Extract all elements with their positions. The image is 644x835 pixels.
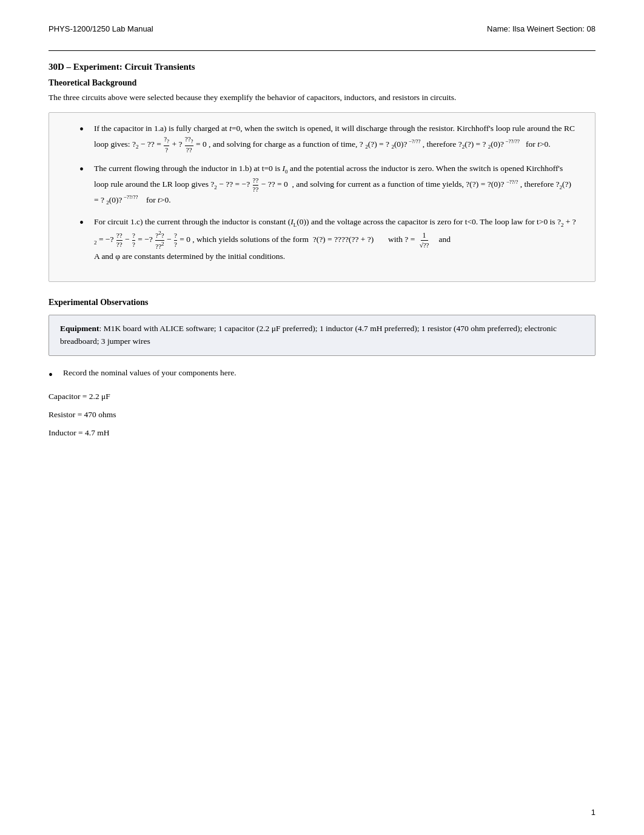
math-frac-6: ?2? ??2 (155, 230, 164, 250)
frac-1-over-sqrt: 1 √?? (418, 231, 431, 250)
frac-den-7: ? (174, 241, 177, 249)
header-course: PHYS-1200/1250 Lab Manual (49, 24, 153, 33)
bullet-1-content: If the capacitor in 1.a) is fully charge… (94, 122, 577, 154)
frac-num-5: ? (132, 232, 135, 241)
list-item: • For circuit 1.c) the current through t… (79, 216, 577, 263)
page-number: 1 (591, 808, 595, 817)
equipment-label: Equipment: M1K board with ALICE software… (60, 324, 557, 346)
frac-den-2: ?? (186, 146, 192, 154)
sub-7: 2 (214, 184, 217, 190)
sub-4: 2 (391, 144, 394, 150)
inductor-line: Inductor = 4.7 mH (49, 428, 595, 438)
frac-den: ? (165, 146, 168, 154)
equipment-text: : M1K board with ALICE software; 1 capac… (60, 324, 557, 346)
math-frac-4: ?? ?? (116, 232, 122, 249)
header: PHYS-1200/1250 Lab Manual Name: Ilsa Wei… (49, 24, 595, 33)
frac-sqrt-lc: √?? (418, 241, 431, 249)
math-sub: 2 (136, 144, 139, 150)
sup-1: −?/?? (408, 138, 421, 144)
section-title: 30D – Experiment: Circuit Transients (49, 62, 595, 72)
frac-den-3: ?? (253, 186, 259, 193)
bullet-icon-record: • (49, 369, 57, 381)
record-bullet-text: Record the nominal values of your compon… (63, 368, 236, 378)
math-fraction-sqrt: 1 √?? (418, 231, 432, 250)
math-t3: t (158, 195, 160, 204)
header-student: Name: Ilsa Weinert Section: 08 (487, 24, 595, 33)
frac-one: 1 (421, 231, 428, 241)
frac-num: ?? (164, 135, 169, 146)
sub-6: 2 (488, 144, 491, 150)
frac-num-4: ?? (116, 232, 122, 241)
math-frac-1: ?? ? (164, 135, 169, 154)
sub-11: 2 (94, 240, 97, 246)
list-item: • If the capacitor in 1.a) is fully char… (79, 122, 577, 154)
frac-num-2: ??? (185, 135, 193, 146)
frac-den-5: ? (132, 241, 135, 249)
math-t2: t (537, 139, 540, 149)
sub-10: 2 (561, 222, 564, 228)
theory-box: • If the capacitor in 1.a) is fully char… (49, 112, 595, 281)
list-item: • The current flowing through the induct… (79, 163, 577, 207)
sub-3: 2 (365, 144, 368, 150)
bullet-icon-1: • (79, 123, 88, 135)
math-frac-5: ? ? (132, 232, 135, 249)
resistor-line: Resistor = 470 ohms (49, 410, 595, 420)
math-t: t (229, 124, 232, 133)
sub-I0: 0 (285, 169, 288, 175)
bullet-icon-2: • (79, 163, 88, 175)
sup-d2: 2 (158, 230, 161, 236)
sup-4: −??/?? (122, 194, 138, 200)
sub-9: 2 (106, 200, 109, 206)
equipment-box: Equipment: M1K board with ALICE software… (49, 315, 595, 356)
theory-bullet-list: • If the capacitor in 1.a) is fully char… (79, 122, 577, 263)
capacitor-line: Capacitor = 2.2 μF (49, 392, 595, 401)
frac-den-6: ??2 (155, 241, 164, 250)
math-frac-3: ?? ?? (253, 176, 259, 193)
theoretical-background-title: Theoretical Background (49, 78, 595, 88)
bullet-icon-3: • (79, 216, 88, 229)
sub-2: ? (191, 138, 193, 144)
frac-num-7: ? (174, 232, 177, 241)
sub-5: 2 (462, 144, 465, 150)
bullet-3-content: For circuit 1.c) the current through the… (94, 216, 577, 263)
theoretical-background-paragraph: The three circuits above were selected b… (49, 92, 595, 104)
sub: ? (167, 138, 169, 144)
experimental-observations-title: Experimental Observations (49, 298, 595, 307)
sup-3: −??/? (506, 179, 518, 185)
sub-8: 2 (560, 184, 563, 190)
sup-dt2: 2 (161, 241, 164, 247)
header-divider (49, 50, 595, 51)
page: PHYS-1200/1250 Lab Manual Name: Ilsa Wei… (0, 0, 644, 835)
math-frac-2: ??? ?? (185, 135, 193, 154)
frac-num-3: ?? (253, 176, 259, 186)
frac-den-4: ?? (116, 241, 122, 249)
frac-num-6: ?2? (155, 230, 164, 241)
record-bullet-container: • Record the nominal values of your comp… (49, 368, 595, 381)
bullet-2-content: The current flowing through the inductor… (94, 163, 577, 207)
sub-IL: L (293, 222, 297, 228)
equipment-label-bold: Equipment (60, 324, 99, 333)
math-frac-7: ? ? (174, 232, 177, 249)
sup-2: −??/?? (504, 138, 520, 144)
